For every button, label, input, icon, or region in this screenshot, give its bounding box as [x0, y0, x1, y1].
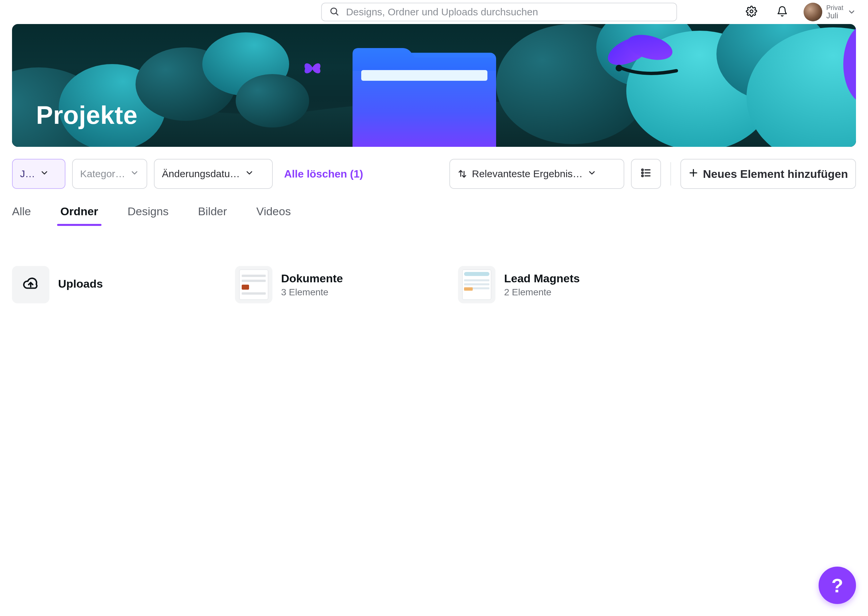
sheet-top-bar [464, 272, 489, 276]
cloud-upload-icon [22, 276, 39, 294]
folder-name: Uploads [58, 277, 103, 290]
svg-point-17 [616, 65, 622, 71]
notifications-button[interactable] [773, 3, 791, 21]
chevron-down-icon [40, 168, 49, 180]
folder-sub: 2 Elemente [504, 287, 580, 298]
settings-button[interactable] [742, 3, 761, 21]
help-button[interactable]: ? [819, 567, 856, 604]
topbar-left-spacer [12, 12, 256, 13]
svg-point-7 [236, 74, 309, 127]
category-filter-label: Kategor… [80, 168, 125, 179]
chevron-down-icon [847, 8, 856, 16]
chevron-down-icon [130, 168, 139, 180]
tab-ordner[interactable]: Ordner [60, 200, 98, 225]
tabs: Alle Ordner Designs Bilder Videos [12, 200, 856, 226]
tab-bilder[interactable]: Bilder [198, 200, 227, 225]
sort-icon [458, 169, 467, 179]
sort-select[interactable]: Relevanteste Ergebnis… [449, 159, 624, 189]
folder-meta: Lead Magnets 2 Elemente [504, 272, 580, 298]
folder-dokumente[interactable]: Dokumente 3 Elemente [235, 266, 442, 303]
svg-line-1 [336, 13, 338, 15]
tab-videos[interactable]: Videos [256, 200, 291, 225]
folder-grid: Uploads Dokumente 3 Elemente Lead [12, 266, 856, 303]
list-view-icon [640, 167, 652, 181]
page-title: Projekte [36, 101, 138, 129]
tab-designs[interactable]: Designs [127, 200, 168, 225]
svg-rect-9 [361, 70, 487, 81]
date-filter-label: Änderungsdatu… [162, 168, 240, 179]
page-banner: Projekte [12, 24, 856, 147]
category-filter[interactable]: Kategor… [72, 159, 147, 189]
plus-icon [689, 168, 698, 181]
account-line1: Privat [826, 4, 843, 11]
svg-point-23 [642, 175, 643, 176]
folder-uploads[interactable]: Uploads [12, 266, 219, 303]
svg-point-2 [750, 10, 753, 13]
doc-preview-lines [242, 275, 266, 295]
folder-lead-magnets[interactable]: Lead Magnets 2 Elemente [458, 266, 665, 303]
chevron-down-icon [245, 168, 254, 180]
sheet-cell [464, 287, 473, 291]
folder-thumb [235, 266, 272, 303]
search-input[interactable] [345, 6, 669, 18]
top-icons: Privat Juli [742, 3, 856, 21]
folder-sub: 3 Elemente [281, 287, 343, 298]
folder-name: Dokumente [281, 272, 343, 285]
tab-alle[interactable]: Alle [12, 200, 31, 225]
owner-filter[interactable]: J… [12, 159, 65, 189]
account-switcher[interactable]: Privat Juli [804, 3, 856, 21]
chevron-down-icon [587, 168, 597, 180]
filter-toolbar: J… Kategor… Änderungsdatu… Alle löschen … [12, 159, 856, 189]
account-text: Privat Juli [826, 4, 843, 20]
gear-icon [746, 6, 757, 18]
folder-name: Lead Magnets [504, 272, 580, 285]
sort-label: Relevanteste Ergebnis… [472, 168, 583, 179]
help-icon: ? [831, 574, 843, 597]
toolbar-divider [670, 162, 671, 185]
folder-thumb [458, 266, 495, 303]
search-icon [329, 6, 339, 18]
folder-meta: Dokumente 3 Elemente [281, 272, 343, 298]
svg-point-21 [642, 172, 643, 173]
top-bar: Privat Juli [0, 0, 868, 24]
date-filter[interactable]: Änderungsdatu… [154, 159, 273, 189]
add-new-button[interactable]: Neues Element hinzufügen [680, 159, 856, 189]
owner-filter-label: J… [20, 168, 35, 179]
folder-meta: Uploads [58, 277, 103, 292]
search-box[interactable] [321, 3, 677, 21]
avatar [804, 3, 822, 21]
bell-icon [777, 6, 788, 18]
view-toggle-list[interactable] [631, 159, 661, 189]
folder-thumb [12, 266, 49, 303]
svg-point-19 [642, 169, 643, 171]
clear-filters-button[interactable]: Alle löschen (1) [280, 159, 368, 189]
account-line2: Juli [826, 11, 843, 20]
add-new-label: Neues Element hinzufügen [703, 168, 848, 181]
